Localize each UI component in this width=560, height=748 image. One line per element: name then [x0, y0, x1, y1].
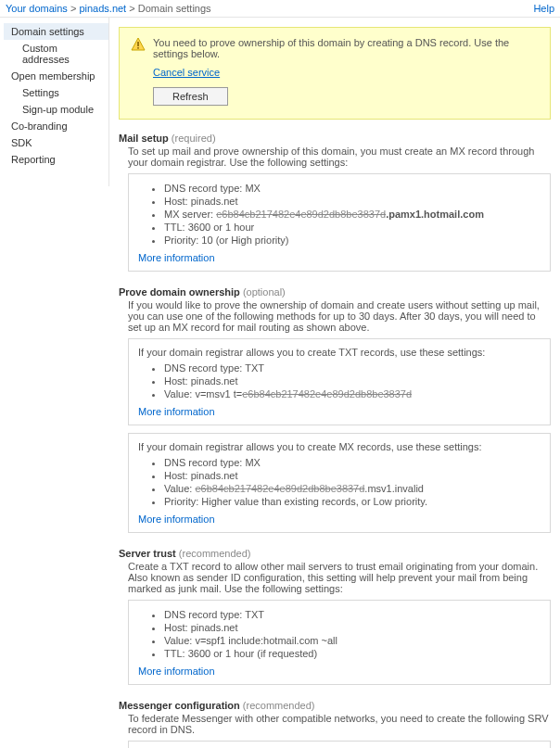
trust-title: Server trust: [119, 548, 176, 559]
breadcrumb-root-link[interactable]: Your domains: [6, 3, 68, 14]
server-trust-section: Server trust (recommended) Create a TXT …: [119, 548, 551, 685]
msgr-note: (recommended): [243, 700, 315, 711]
sidebar-item-domain-settings[interactable]: Domain settings: [4, 23, 108, 40]
prove-txt-lead: If your domain registrar allows you to c…: [138, 347, 541, 358]
sidebar-item-sign-up-module[interactable]: Sign-up module: [4, 101, 108, 118]
trust-box: DNS record type: TXT Host: pinads.net Va…: [128, 600, 551, 685]
prove-mx-box: If your domain registrar allows you to c…: [128, 433, 551, 533]
sidebar-item-custom-addresses[interactable]: Custom addresses: [4, 40, 108, 68]
msgr-title: Messenger configuration: [119, 700, 240, 711]
mail-setup-section: Mail setup (required) To set up mail and…: [119, 133, 551, 272]
prove-txt-li-value: Value: v=msv1 t=e6b84cb217482e4e89d2db8b…: [164, 387, 541, 400]
trust-li-host: Host: pinads.net: [164, 621, 541, 634]
prove-intro: If you would like to prove the ownership…: [128, 299, 551, 333]
prove-txt-li-type: DNS record type: TXT: [164, 361, 541, 374]
msgr-box: DNS record type: SRV Service: _sipfedera…: [128, 741, 551, 748]
prove-txt-box: If your domain registrar allows you to c…: [128, 338, 551, 425]
top-bar: Your domains > pinads.net > Domain setti…: [0, 0, 560, 18]
mail-li-record-type: DNS record type: MX: [164, 182, 541, 195]
trust-li-ttl: TTL: 3600 or 1 hour (if requested): [164, 647, 541, 660]
trust-li-value: Value: v=spf1 include:hotmail.com ~all: [164, 634, 541, 647]
sidebar-item-sdk[interactable]: SDK: [4, 134, 108, 151]
prove-note: (optional): [243, 286, 286, 298]
trust-note: (recommended): [179, 548, 251, 559]
prove-mx-lead: If your domain registrar allows you to c…: [138, 441, 541, 452]
ownership-notice: You need to prove ownership of this doma…: [119, 27, 551, 120]
mail-setup-title: Mail setup: [119, 133, 169, 144]
refresh-button[interactable]: Refresh: [153, 87, 228, 106]
trust-intro: Create a TXT record to allow other mail …: [128, 561, 551, 594]
sidebar-item-reporting[interactable]: Reporting: [4, 151, 108, 168]
breadcrumb-current: Domain settings: [138, 3, 211, 14]
sidebar-item-co-branding[interactable]: Co-branding: [4, 118, 108, 134]
mail-li-priority: Priority: 10 (or High priority): [164, 234, 541, 247]
svg-rect-1: [137, 47, 139, 49]
prove-mx-more-info-link[interactable]: More information: [138, 513, 215, 525]
mail-li-ttl: TTL: 3600 or 1 hour: [164, 221, 541, 234]
prove-txt-more-info-link[interactable]: More information: [138, 406, 215, 417]
mail-li-mxserver: MX server: e6b84cb217482e4e89d2db8be3837…: [164, 208, 541, 221]
warning-icon: [131, 37, 146, 52]
prove-mx-li-type: DNS record type: MX: [164, 456, 541, 469]
prove-ownership-section: Prove domain ownership (optional) If you…: [119, 286, 551, 533]
svg-rect-0: [137, 42, 139, 46]
help-link[interactable]: Help: [533, 3, 554, 14]
mail-setup-box: DNS record type: MX Host: pinads.net MX …: [128, 173, 551, 272]
notice-message: You need to prove ownership of this doma…: [153, 37, 539, 59]
content-area: You need to prove ownership of this doma…: [109, 18, 560, 748]
prove-mx-li-priority: Priority: Higher value than existing rec…: [164, 495, 541, 508]
mail-setup-note: (required): [172, 133, 216, 144]
sidebar-item-settings[interactable]: Settings: [4, 84, 108, 101]
messenger-section: Messenger configuration (recommended) To…: [119, 700, 551, 748]
breadcrumb: Your domains > pinads.net > Domain setti…: [6, 3, 211, 14]
msgr-intro: To federate Messenger with other compati…: [128, 713, 551, 735]
prove-txt-li-host: Host: pinads.net: [164, 374, 541, 387]
sidebar: Domain settings Custom addresses Open me…: [0, 18, 109, 186]
prove-mx-li-host: Host: pinads.net: [164, 469, 541, 482]
prove-mx-li-value: Value: e6b84cb217482e4e89d2db8be3837d.ms…: [164, 482, 541, 495]
mail-setup-intro: To set up mail and prove ownership of th…: [128, 146, 551, 168]
prove-title: Prove domain ownership: [119, 286, 240, 298]
cancel-service-link[interactable]: Cancel service: [153, 67, 220, 78]
trust-li-type: DNS record type: TXT: [164, 608, 541, 621]
mail-more-info-link[interactable]: More information: [138, 252, 215, 263]
sidebar-item-open-membership[interactable]: Open membership: [4, 68, 108, 84]
trust-more-info-link[interactable]: More information: [138, 666, 215, 677]
breadcrumb-domain-link[interactable]: pinads.net: [79, 3, 126, 14]
mail-li-host: Host: pinads.net: [164, 195, 541, 208]
